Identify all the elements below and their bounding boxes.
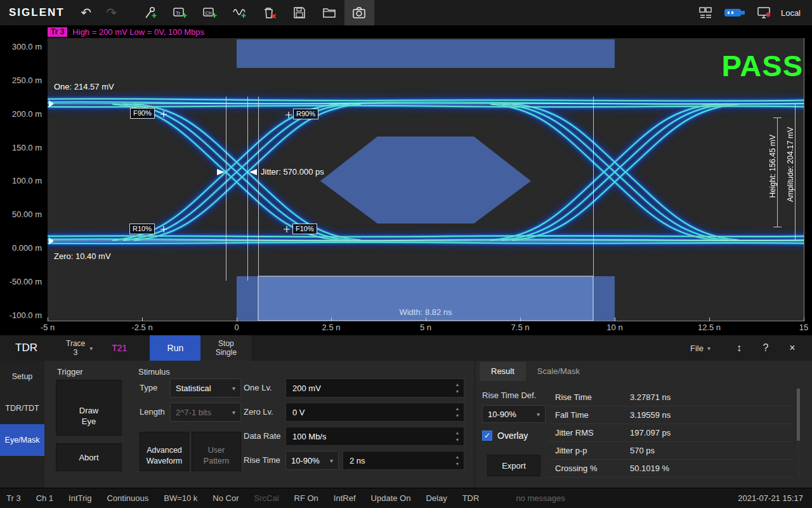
y-axis-tick: -50.00 m — [0, 277, 42, 286]
marker-f90[interactable]: F90% — [130, 108, 155, 119]
result-rise-time-def-select[interactable]: 10-90% ▾ — [482, 405, 546, 423]
table-row: Crossing %50.1019 % — [549, 460, 793, 478]
status-sweep: Continuous — [107, 493, 148, 503]
type-label: Type — [140, 378, 157, 398]
local-remote-label[interactable]: Local — [781, 8, 801, 18]
status-trigger: IntTrig — [69, 493, 91, 503]
delete-trace-icon[interactable] — [255, 0, 285, 25]
results-scrollbar[interactable] — [797, 389, 800, 478]
draw-eye-button[interactable]: DrawEye — [56, 380, 122, 436]
rise-time-field[interactable]: 2 ns ▲▼ — [343, 451, 464, 470]
marker-r10[interactable]: R10% — [129, 224, 155, 234]
marker-r90[interactable]: R90% — [293, 109, 318, 119]
trace-info-header: Tr 3 High = 200 mV Low = 0V, 100 Mbps — [48, 27, 204, 37]
status-message: no messages — [516, 493, 565, 503]
eye-diagram-area: Tr 3 High = 200 mV Low = 0V, 100 Mbps 30… — [0, 25, 812, 335]
status-srccal: SrcCal — [254, 493, 279, 503]
zero-level-label: Zero: 10.40 mV — [54, 251, 111, 261]
redo-icon[interactable]: ↷ — [99, 0, 124, 25]
panel-sidebar: Setup TDR/TDT Eye/Mask — [0, 361, 44, 488]
x-axis-tick: 10 n — [606, 323, 622, 332]
advanced-waveform-button[interactable]: AdvancedWaveform — [140, 432, 189, 471]
panel-header: TDR Trace 3 ▾ T21 Run Stop Single File ▾ — [0, 335, 812, 361]
save-icon[interactable] — [285, 0, 315, 25]
scrollbar-thumb[interactable] — [797, 389, 800, 441]
status-trace: Tr 3 — [6, 493, 21, 503]
add-channel-icon[interactable]: Ch — [195, 0, 225, 25]
user-pattern-button[interactable]: UserPattern — [192, 432, 241, 471]
instrument-window: SIGLENT ↶ ↷ Tr Ch — [0, 0, 812, 508]
svg-text:Tr: Tr — [176, 10, 181, 16]
panel-body: Setup TDR/TDT Eye/Mask Trigger DrawEye A… — [0, 361, 812, 488]
resize-panel-icon[interactable]: ↕ — [726, 335, 752, 361]
table-row: Rise Time3.27871 ns — [549, 389, 793, 406]
tdr-control-panel: TDR Trace 3 ▾ T21 Run Stop Single File ▾ — [0, 335, 812, 488]
zero-level-field[interactable]: 0 V ▲▼ — [285, 403, 464, 422]
trace-selector[interactable]: Trace 3 ▾ — [66, 339, 93, 357]
type-select[interactable]: Statistical ▾ — [170, 378, 241, 398]
x-axis-tick: 2.5 n — [322, 323, 341, 332]
mask-top-bar — [237, 39, 615, 68]
close-icon[interactable]: × — [779, 335, 806, 361]
jitter-label: Jitter: 570.000 ps — [261, 167, 324, 177]
eye-waveform-svg — [48, 38, 804, 321]
chevron-down-icon: ▾ — [232, 385, 235, 392]
chevron-down-icon: ▾ — [89, 345, 93, 352]
panel-main: Trigger DrawEye Abort Stimulus Type Stat… — [44, 361, 812, 488]
section-divider — [475, 361, 475, 488]
data-rate-field[interactable]: 100 Mb/s ▲▼ — [285, 427, 464, 446]
chevron-down-icon: ▾ — [330, 457, 333, 464]
length-label: Length — [140, 403, 165, 422]
sidebar-item-setup[interactable]: Setup — [0, 361, 44, 392]
spinner-arrows[interactable]: ▲▼ — [452, 404, 462, 420]
y-axis-tick: 0.000 m — [0, 243, 42, 253]
tab-scale-mask[interactable]: Scale/Mask — [526, 362, 591, 381]
file-menu[interactable]: File ▾ — [690, 344, 710, 353]
add-math-trace-icon[interactable] — [225, 0, 255, 25]
length-select[interactable]: 2^7-1 bits ▾ — [170, 403, 241, 422]
overlay-option[interactable]: ✓ Overlay — [482, 431, 528, 441]
tab-result[interactable]: Result — [480, 362, 526, 381]
spinner-arrows[interactable]: ▲▼ — [452, 452, 462, 469]
screenshot-icon[interactable] — [344, 0, 374, 25]
x-axis-tick: 7.5 n — [511, 323, 530, 332]
stop-single-button[interactable]: Stop Single — [200, 335, 251, 361]
rise-time-def-select[interactable]: 10-90% ▾ — [285, 451, 339, 470]
add-probe-icon[interactable] — [136, 0, 166, 25]
marker-f10[interactable]: F10% — [292, 224, 317, 234]
mask-test-pass-badge: PASS — [722, 48, 804, 83]
trace-badge: Tr 3 — [48, 27, 67, 37]
y-axis-tick: 150.0 m — [0, 143, 42, 152]
spinner-arrows[interactable]: ▲▼ — [452, 428, 462, 444]
table-row: Fall Time3.19559 ns — [549, 406, 793, 424]
open-file-icon[interactable] — [315, 0, 344, 25]
abort-button[interactable]: Abort — [56, 443, 122, 471]
y-axis-tick: 100.0 m — [0, 176, 42, 185]
undo-icon[interactable]: ↶ — [74, 0, 99, 25]
help-icon[interactable]: ? — [752, 335, 779, 361]
y-axis-tick: 50.00 m — [0, 210, 42, 219]
sidebar-item-eyemask[interactable]: Eye/Mask — [0, 424, 44, 456]
trace-name-label: T21 — [112, 343, 127, 353]
one-level-label: One: 214.57 mV — [54, 82, 114, 91]
one-level-field[interactable]: 200 mV ▲▼ — [285, 378, 464, 398]
add-trace-icon[interactable]: Tr — [166, 0, 195, 25]
overlay-checkbox[interactable]: ✓ — [482, 431, 492, 441]
status-channel: Ch 1 — [36, 493, 53, 503]
toolbar-icon-group: Tr Ch — [136, 0, 374, 25]
chevron-down-icon: ▾ — [537, 411, 540, 418]
display-layout-icon[interactable] — [691, 0, 720, 25]
run-button[interactable]: Run — [150, 335, 200, 361]
data-rate-label: Data Rate — [244, 427, 281, 446]
usb-device-icon[interactable] — [720, 0, 749, 25]
eye-plot-canvas[interactable]: One: 214.57 mV Zero: 10.40 mV Jitter: 57… — [48, 38, 804, 321]
sidebar-item-tdrtdt[interactable]: TDR/TDT — [0, 392, 44, 424]
x-axis-tick: 0 — [234, 323, 239, 332]
x-axis-tick: 12.5 n — [698, 323, 721, 332]
status-mode: TDR — [462, 493, 480, 503]
status-ref: IntRef — [334, 493, 356, 503]
network-status-icon[interactable] — [749, 0, 778, 25]
export-button[interactable]: Export — [487, 455, 540, 476]
svg-text:Ch: Ch — [206, 10, 212, 16]
spinner-arrows[interactable]: ▲▼ — [452, 380, 462, 396]
